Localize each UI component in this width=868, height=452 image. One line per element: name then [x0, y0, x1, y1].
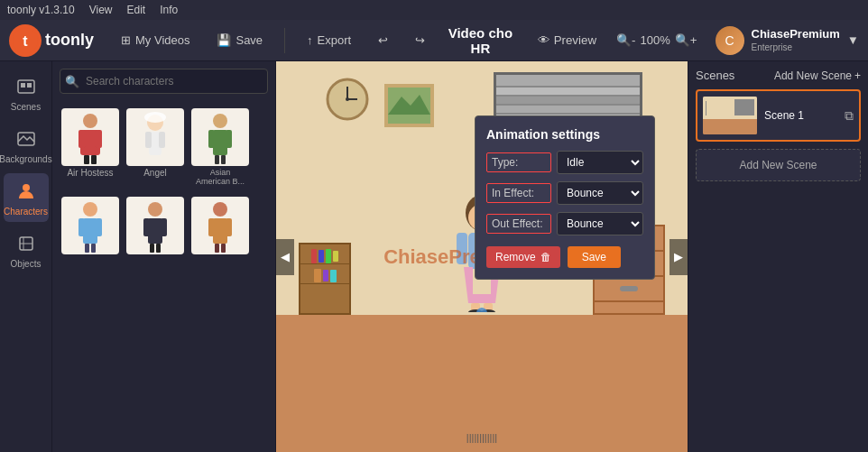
- scenes-header: Scenes Add New Scene +: [696, 69, 861, 82]
- characters-grid: Air Hostess Angel: [52, 101, 275, 263]
- svg-rect-44: [221, 244, 226, 253]
- svg-rect-12: [78, 130, 86, 148]
- svg-rect-42: [226, 218, 232, 236]
- undo-button[interactable]: ↩: [369, 29, 397, 51]
- menu-view[interactable]: View: [89, 4, 113, 16]
- sidebar-item-characters[interactable]: Characters: [4, 173, 49, 222]
- out-effect-row: Out Effect: Bounce Fade Slide None: [486, 212, 643, 235]
- list-item[interactable]: Air Hostess: [60, 105, 121, 189]
- redo-button[interactable]: ↪: [406, 29, 434, 51]
- sidebar-item-scenes[interactable]: Scenes: [4, 69, 49, 117]
- out-effect-select[interactable]: Bounce Fade Slide None: [557, 212, 643, 235]
- scene-card-1[interactable]: Scene 1 ⧉: [696, 89, 861, 142]
- zoom-level: 100%: [640, 33, 669, 47]
- menu-bar: toonly v1.3.10 View Edit Info: [0, 0, 868, 20]
- in-effect-select[interactable]: Bounce Fade Slide None: [557, 181, 643, 205]
- scene-name: Scene 1: [764, 109, 837, 122]
- remove-button[interactable]: Remove 🗑: [486, 246, 560, 268]
- preview-button[interactable]: 👁 Preview: [527, 29, 607, 51]
- logo: t toonly: [9, 24, 94, 57]
- app-title: toonly v1.3.10: [7, 4, 75, 16]
- sidebar-item-backgrounds[interactable]: Backgrounds: [4, 121, 49, 170]
- zoom-in-button[interactable]: 🔍+: [675, 33, 697, 47]
- svg-rect-37: [150, 244, 154, 253]
- avatar: C: [716, 26, 744, 55]
- in-effect-row: In Effect: Bounce Fade Slide None: [486, 181, 643, 205]
- list-item[interactable]: [125, 193, 186, 260]
- list-item[interactable]: Asian American B...: [189, 105, 251, 189]
- canvas-area: |||||||||||| ◀ ▶ ChiasePremium.com Anima…: [276, 61, 688, 452]
- trash-icon: 🗑: [540, 251, 551, 263]
- add-new-scene-large-button[interactable]: Add New Scene: [696, 149, 861, 181]
- sidebar-item-objects[interactable]: Objects: [4, 226, 49, 274]
- svg-point-48: [346, 97, 349, 101]
- svg-rect-19: [145, 132, 152, 148]
- save-icon: 💾: [217, 33, 231, 47]
- grid-icon: ⊞: [121, 33, 131, 47]
- characters-panel: 🔍 Air Hostess: [52, 61, 276, 452]
- search-input[interactable]: [60, 69, 268, 94]
- svg-rect-23: [208, 130, 215, 148]
- save-button[interactable]: 💾 Save: [208, 29, 272, 51]
- svg-rect-22: [213, 130, 227, 155]
- canvas-prev-button[interactable]: ◀: [276, 239, 294, 275]
- svg-rect-28: [83, 218, 97, 244]
- user-menu-button[interactable]: ▼: [847, 33, 859, 47]
- bookshelf: [299, 243, 351, 315]
- svg-point-33: [148, 202, 162, 217]
- list-item[interactable]: [189, 193, 251, 260]
- svg-rect-25: [215, 155, 219, 164]
- svg-point-6: [23, 184, 30, 191]
- scenes-title: Scenes: [696, 69, 734, 82]
- logo-icon: t: [9, 24, 42, 57]
- list-item[interactable]: Angel: [125, 105, 186, 189]
- menu-info[interactable]: Info: [160, 4, 178, 16]
- svg-rect-31: [85, 244, 89, 253]
- user-name: ChiasePremium: [752, 27, 840, 42]
- out-effect-label: Out Effect:: [486, 214, 551, 234]
- my-videos-button[interactable]: ⊞ My Videos: [112, 29, 199, 51]
- list-item[interactable]: [60, 193, 121, 260]
- type-select[interactable]: Idle Walk Run: [557, 151, 643, 174]
- type-label: Type:: [486, 152, 551, 172]
- scenes-panel: Scenes Add New Scene + Scene 1 ⧉ Add New…: [688, 61, 868, 452]
- user-info: ChiasePremium Enterprise: [752, 27, 840, 54]
- svg-rect-26: [221, 155, 226, 164]
- left-sidebar: Scenes Backgrounds Characters Objects: [0, 61, 52, 452]
- undo-icon: ↩: [378, 33, 388, 47]
- video-title: Video cho HR: [443, 25, 517, 56]
- timeline-position: ||||||||||||: [466, 432, 497, 443]
- add-new-scene-button[interactable]: Add New Scene +: [774, 69, 861, 82]
- redo-icon: ↪: [415, 33, 425, 47]
- canvas-next-button[interactable]: ▶: [669, 239, 688, 275]
- scene-copy-button[interactable]: ⧉: [845, 108, 854, 124]
- save-animation-button[interactable]: Save: [568, 246, 621, 268]
- svg-rect-41: [208, 218, 215, 236]
- svg-rect-14: [84, 155, 89, 164]
- scene-thumbnail: [703, 97, 757, 134]
- objects-icon: [14, 231, 39, 256]
- svg-rect-34: [148, 218, 162, 244]
- logo-text: toonly: [45, 31, 94, 50]
- char-name: Air Hostess: [67, 168, 113, 178]
- zoom-out-button[interactable]: 🔍-: [616, 33, 635, 47]
- svg-rect-30: [96, 218, 102, 236]
- char-thumbnail: [126, 108, 184, 166]
- char-thumbnail: [191, 197, 249, 254]
- backgrounds-icon: [14, 126, 39, 152]
- main-content: Scenes Backgrounds Characters Objects 🔍: [0, 61, 868, 452]
- svg-text:t: t: [23, 33, 28, 49]
- menu-edit[interactable]: Edit: [127, 4, 146, 16]
- animation-actions: Remove 🗑 Save: [486, 246, 643, 268]
- search-icon: 🔍: [65, 75, 79, 88]
- export-button[interactable]: ↑ Export: [298, 29, 360, 51]
- plus-icon: +: [854, 69, 861, 82]
- svg-point-27: [83, 202, 97, 217]
- svg-rect-52: [457, 233, 467, 264]
- toolbar-divider: [284, 28, 285, 53]
- zoom-controls: 🔍- 100% 🔍+: [616, 33, 697, 47]
- char-name: Angel: [143, 168, 167, 178]
- in-effect-label: In Effect:: [486, 183, 551, 203]
- char-name: Asian American B...: [193, 168, 247, 186]
- svg-point-10: [83, 114, 97, 128]
